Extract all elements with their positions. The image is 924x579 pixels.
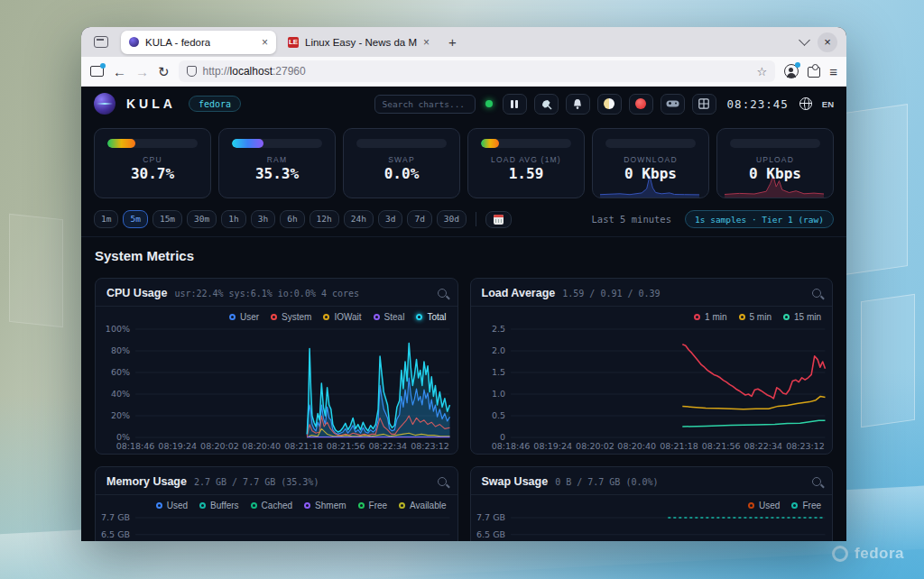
firefox-view-icon[interactable] xyxy=(94,36,108,48)
theme-toggle-button[interactable] xyxy=(597,94,622,115)
kula-favicon xyxy=(129,37,139,47)
legend-used[interactable]: Used xyxy=(156,501,188,510)
zoom-chart-icon[interactable] xyxy=(438,477,447,486)
new-tab-button[interactable]: + xyxy=(441,34,464,50)
legend-free[interactable]: Free xyxy=(358,501,388,510)
bookmark-star-icon[interactable]: ☆ xyxy=(757,65,768,78)
legend-system[interactable]: System xyxy=(271,312,311,322)
recent-browsing-icon[interactable] xyxy=(90,66,104,77)
svg-text:08:23:12: 08:23:12 xyxy=(411,441,449,451)
watermark-logo-icon xyxy=(832,546,848,562)
legend-free[interactable]: Free xyxy=(791,501,821,510)
range-button-30d[interactable]: 30d xyxy=(437,210,467,228)
legend-cached[interactable]: Cached xyxy=(251,501,292,510)
record-button[interactable] xyxy=(629,94,653,115)
panel-load-average: Load Average 1.59 / 0.91 / 0.39 1 min 5 … xyxy=(470,278,834,455)
games-button[interactable] xyxy=(661,94,685,115)
tab-kula[interactable]: KULA - fedora × xyxy=(121,31,276,54)
tab-close-icon[interactable]: × xyxy=(423,37,430,48)
range-button-1m[interactable]: 1m xyxy=(94,210,118,228)
panel-subtitle: 2.7 GB / 7.7 GB (35.3%) xyxy=(194,477,319,487)
forward-button[interactable]: → xyxy=(135,65,149,78)
legend-shmem[interactable]: Shmem xyxy=(304,501,346,510)
zoom-chart-icon[interactable] xyxy=(812,477,821,486)
legend-total[interactable]: Total xyxy=(416,312,446,322)
record-icon xyxy=(635,98,646,109)
svg-text:100%: 100% xyxy=(106,324,130,334)
legend-5min[interactable]: 5 min xyxy=(739,312,772,322)
list-tabs-chevron-icon[interactable] xyxy=(799,34,810,46)
reload-button[interactable]: ↻ xyxy=(158,65,170,78)
load-average-chart[interactable]: 00.51.01.52.02.508:18:4608:19:2408:20:02… xyxy=(471,324,833,452)
legend-iowait[interactable]: IOWait xyxy=(323,312,361,322)
url-port: :27960 xyxy=(273,65,306,78)
host-badge: fedora xyxy=(189,96,241,112)
tab-close-icon[interactable]: × xyxy=(262,37,268,48)
range-button-24h[interactable]: 24h xyxy=(344,210,374,228)
gauge-bar xyxy=(481,139,571,148)
memory-usage-chart[interactable]: 7.7 GB6.5 GB xyxy=(96,512,457,541)
language-label[interactable]: EN xyxy=(822,99,834,109)
legend-buffers[interactable]: Buffers xyxy=(199,501,239,510)
account-icon[interactable] xyxy=(784,64,799,78)
range-button-6h[interactable]: 6h xyxy=(280,210,304,228)
range-button-15m[interactable]: 15m xyxy=(152,210,182,228)
panel-subtitle: 0 B / 7.7 GB (0.0%) xyxy=(555,477,658,487)
extensions-puzzle-icon[interactable] xyxy=(808,65,820,78)
account-notification-dot xyxy=(795,62,800,68)
gauge-value: 30.7% xyxy=(107,165,198,182)
bell-icon xyxy=(572,98,583,110)
tab-linux-easy[interactable]: LE Linux Easy - News da M × xyxy=(280,31,438,54)
gamepad-icon xyxy=(666,99,679,108)
svg-text:0.5: 0.5 xyxy=(491,410,504,420)
clock: 08:23:45 xyxy=(727,97,789,111)
window-close-button[interactable]: × xyxy=(818,32,837,52)
satellite-icon xyxy=(541,98,552,110)
gauge-bar xyxy=(730,139,820,148)
range-button-1h[interactable]: 1h xyxy=(221,210,245,228)
legend-user[interactable]: User xyxy=(229,312,259,322)
svg-text:6.5 GB: 6.5 GB xyxy=(476,529,505,539)
alerts-button[interactable] xyxy=(566,94,590,115)
legend-1min[interactable]: 1 min xyxy=(694,312,726,322)
legend-available[interactable]: Available xyxy=(399,501,446,510)
zoom-chart-icon[interactable] xyxy=(812,289,821,298)
url-scheme: http:// xyxy=(203,65,230,78)
range-button-7d[interactable]: 7d xyxy=(407,210,431,228)
range-button-3h[interactable]: 3h xyxy=(251,210,275,228)
dashboard-viewport: KULA fedora Search charts... xyxy=(81,87,846,541)
legend-used[interactable]: Used xyxy=(748,501,780,510)
panel-title: Swap Usage xyxy=(482,475,549,488)
gauge-cpu: CPU 30.7% xyxy=(94,128,211,198)
swap-usage-chart[interactable]: 7.7 GB6.5 GB xyxy=(471,512,833,541)
svg-text:08:22:34: 08:22:34 xyxy=(368,441,407,451)
shield-icon[interactable] xyxy=(187,66,197,77)
svg-text:08:21:18: 08:21:18 xyxy=(284,441,323,451)
zoom-chart-icon[interactable] xyxy=(438,289,447,298)
cpu-usage-chart[interactable]: 0%20%40%60%80%100%08:18:4608:19:2408:20:… xyxy=(96,324,457,452)
range-button-3d[interactable]: 3d xyxy=(378,210,402,228)
legend-dot-icon xyxy=(271,314,277,320)
grid-view-button[interactable] xyxy=(692,94,716,115)
app-header: KULA fedora Search charts... xyxy=(81,87,846,121)
legend-dot-icon xyxy=(791,502,798,509)
range-button-30m[interactable]: 30m xyxy=(187,210,217,228)
gauge-ram: RAM 35.3% xyxy=(218,128,336,198)
search-input[interactable]: Search charts... xyxy=(374,95,476,114)
legend-dot-icon xyxy=(399,502,405,509)
agent-button[interactable] xyxy=(534,94,559,115)
legend-dot-icon xyxy=(156,502,162,509)
range-button-12h[interactable]: 12h xyxy=(310,210,339,228)
back-button[interactable]: ← xyxy=(113,65,126,78)
svg-text:08:21:18: 08:21:18 xyxy=(660,441,698,451)
globe-icon[interactable] xyxy=(799,97,812,110)
pause-button[interactable] xyxy=(503,94,527,115)
menu-hamburger-icon[interactable]: ≡ xyxy=(829,64,837,79)
gauge-load: LOAD AVG (1M) 1.59 xyxy=(467,128,585,198)
address-bar[interactable]: http://localhost:27960 ☆ xyxy=(179,60,776,82)
legend-steal[interactable]: Steal xyxy=(374,312,405,322)
custom-range-button[interactable] xyxy=(485,211,512,228)
legend-15min[interactable]: 15 min xyxy=(783,312,821,322)
range-button-5m[interactable]: 5m xyxy=(123,210,147,228)
gauge-value: 0.0% xyxy=(356,165,447,182)
